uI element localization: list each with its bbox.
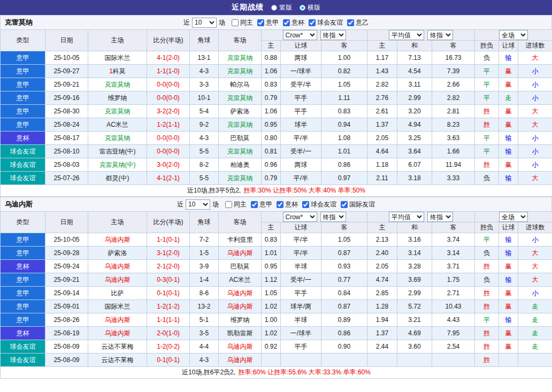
team-link[interactable]: 克雷莫纳 bbox=[227, 54, 253, 62]
away-team[interactable]: 乌迪内斯 bbox=[219, 287, 262, 300]
home-team[interactable]: 云达不莱梅 bbox=[88, 353, 147, 367]
filter-checkbox-input[interactable] bbox=[232, 19, 239, 26]
layout-horizontal-option[interactable]: 横版 bbox=[300, 3, 320, 12]
fulltime-select[interactable]: 全场 bbox=[499, 30, 528, 40]
filter-checkbox[interactable]: 同主 bbox=[221, 200, 247, 209]
away-team[interactable]: 克雷莫纳 bbox=[219, 51, 262, 65]
team-link[interactable]: 乌迪内斯 bbox=[105, 316, 131, 324]
final-odds-select[interactable]: 终指 bbox=[320, 212, 346, 222]
odds-company-select[interactable]: Crow* bbox=[283, 30, 317, 40]
away-team[interactable]: 巴勒莫 bbox=[219, 132, 262, 145]
filter-checkbox[interactable]: 意杯 bbox=[272, 200, 298, 209]
away-team[interactable]: 乌迪内斯 bbox=[219, 340, 262, 353]
filter-checkbox[interactable]: 意乙 bbox=[343, 18, 369, 27]
away-team[interactable]: 克雷莫纳 bbox=[219, 172, 262, 185]
away-team[interactable]: 卡利亚里 bbox=[219, 233, 262, 247]
team-link[interactable]: 巴勒莫 bbox=[231, 263, 250, 270]
home-team[interactable]: 克雷莫纳(中) bbox=[88, 158, 147, 172]
team-link[interactable]: 国际米兰 bbox=[105, 303, 131, 310]
team-link[interactable]: 乌迪内斯 bbox=[227, 343, 253, 350]
home-team[interactable]: 国际米兰 bbox=[88, 300, 147, 313]
filter-checkbox-input[interactable] bbox=[302, 201, 309, 208]
team-link[interactable]: 柏迪奥 bbox=[231, 161, 250, 168]
radio-unselected-icon[interactable] bbox=[271, 5, 277, 11]
filter-checkbox-input[interactable] bbox=[283, 19, 290, 26]
team-link[interactable]: 乌迪内斯 bbox=[105, 236, 131, 243]
away-team[interactable]: 克雷莫纳 bbox=[219, 91, 262, 105]
home-team[interactable]: 国际米兰 bbox=[88, 51, 147, 65]
team-link[interactable]: 克雷莫纳 bbox=[227, 148, 253, 155]
filter-checkbox[interactable]: 意杯 bbox=[279, 18, 304, 27]
team-link[interactable]: 克雷莫纳 bbox=[227, 94, 253, 102]
away-team[interactable]: 克雷莫纳 bbox=[219, 118, 262, 132]
home-team[interactable]: 乌迪内斯 bbox=[88, 313, 147, 327]
filter-checkbox-input[interactable] bbox=[251, 201, 258, 208]
filter-checkbox[interactable]: 意甲 bbox=[253, 18, 279, 27]
team-link[interactable]: 乌迪内斯 bbox=[227, 356, 253, 364]
away-team[interactable]: 维罗纳 bbox=[219, 313, 262, 327]
filter-checkbox-input[interactable] bbox=[225, 201, 232, 208]
average-odds-select[interactable]: 平均值 bbox=[389, 30, 424, 40]
home-team[interactable]: 萨索洛 bbox=[88, 247, 147, 260]
filter-checkbox[interactable]: 球会友谊 bbox=[304, 18, 343, 27]
away-team[interactable]: 克雷莫纳 bbox=[219, 65, 262, 78]
home-team[interactable]: 乌迪内斯 bbox=[88, 260, 147, 273]
home-team[interactable]: AC米兰 bbox=[88, 118, 147, 132]
away-team[interactable]: 乌迪内斯 bbox=[219, 300, 262, 313]
average-final-select[interactable]: 终指 bbox=[427, 212, 453, 222]
team-link[interactable]: 乌迪内斯 bbox=[105, 329, 131, 337]
home-team[interactable]: 维罗纳 bbox=[88, 91, 147, 105]
odds-company-select[interactable]: Crow* bbox=[283, 212, 317, 222]
team-link[interactable]: 雷吉亚纳(中) bbox=[99, 148, 136, 155]
layout-vertical-option[interactable]: 竖版 bbox=[271, 3, 292, 12]
filter-checkbox-input[interactable] bbox=[277, 201, 283, 208]
team-link[interactable]: 乌迪内斯 bbox=[227, 289, 253, 297]
team-link[interactable]: 克雷莫纳 bbox=[105, 134, 131, 142]
home-team[interactable]: 克雷莫纳 bbox=[88, 78, 147, 91]
team-link[interactable]: 维罗纳 bbox=[108, 94, 127, 102]
team-link[interactable]: 克雷莫纳 bbox=[227, 67, 253, 75]
team-link[interactable]: 克雷莫纳 bbox=[227, 121, 253, 128]
average-final-select[interactable]: 终指 bbox=[427, 30, 453, 40]
team-link[interactable]: AC米兰 bbox=[229, 276, 251, 283]
home-team[interactable]: 克雷莫纳 bbox=[88, 132, 147, 145]
final-odds-select[interactable]: 终指 bbox=[320, 30, 346, 40]
home-team[interactable]: 比萨 bbox=[88, 287, 147, 300]
home-team[interactable]: 乌迪内斯 bbox=[88, 327, 147, 340]
team-link[interactable]: 云达不莱梅 bbox=[102, 356, 134, 364]
fulltime-select[interactable]: 全场 bbox=[499, 212, 528, 222]
home-team[interactable]: 乌迪内斯 bbox=[88, 233, 147, 247]
away-team[interactable]: AC米兰 bbox=[219, 273, 262, 287]
team-link[interactable]: 克雷莫纳 bbox=[105, 107, 131, 115]
team-link[interactable]: 凯勒雷斯 bbox=[227, 329, 253, 337]
away-team[interactable]: 克雷莫纳 bbox=[219, 145, 262, 158]
team-link[interactable]: 卡利亚里 bbox=[227, 236, 253, 243]
home-team[interactable]: 都灵(中) bbox=[88, 172, 147, 185]
team-link[interactable]: 帕尔马 bbox=[231, 81, 250, 88]
team-link[interactable]: 萨索洛 bbox=[108, 249, 127, 257]
team-link[interactable]: 云达不莱梅 bbox=[102, 343, 134, 350]
filter-checkbox[interactable]: 国际友谊 bbox=[336, 200, 375, 209]
team-link[interactable]: 萨索洛 bbox=[231, 107, 250, 115]
team-link[interactable]: 克雷莫纳 bbox=[105, 81, 131, 88]
team-link[interactable]: 科莫 bbox=[113, 67, 126, 75]
match-count-select[interactable]: 10 bbox=[192, 18, 217, 28]
filter-checkbox[interactable]: 同主 bbox=[227, 18, 253, 27]
away-team[interactable]: 乌迪内斯 bbox=[219, 247, 262, 260]
team-link[interactable]: 比萨 bbox=[111, 289, 124, 297]
filter-checkbox[interactable]: 意甲 bbox=[247, 200, 272, 209]
home-team[interactable]: 雷吉亚纳(中) bbox=[88, 145, 147, 158]
home-team[interactable]: 云达不莱梅 bbox=[88, 340, 147, 353]
away-team[interactable]: 巴勒莫 bbox=[219, 260, 262, 273]
filter-checkbox-input[interactable] bbox=[341, 201, 348, 208]
away-team[interactable]: 柏迪奥 bbox=[219, 158, 262, 172]
team-link[interactable]: 乌迪内斯 bbox=[105, 276, 131, 283]
away-team[interactable]: 帕尔马 bbox=[219, 78, 262, 91]
team-link[interactable]: 乌迪内斯 bbox=[227, 249, 253, 257]
away-team[interactable]: 乌迪内斯 bbox=[219, 353, 262, 367]
team-link[interactable]: 都灵(中) bbox=[106, 174, 129, 182]
average-odds-select[interactable]: 平均值 bbox=[389, 212, 424, 222]
home-team[interactable]: 乌迪内斯 bbox=[88, 273, 147, 287]
team-link[interactable]: AC米兰 bbox=[106, 121, 128, 128]
team-link[interactable]: 克雷莫纳 bbox=[227, 174, 253, 182]
